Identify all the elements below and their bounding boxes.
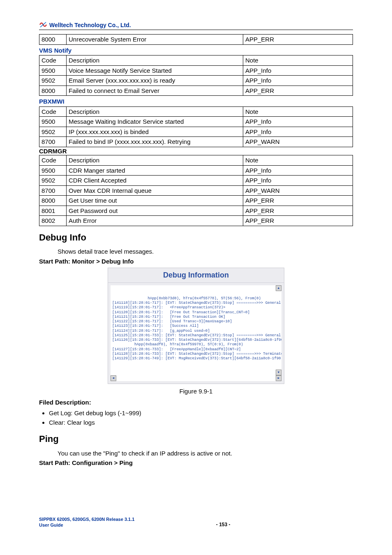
cell-note: APP_Info <box>243 165 353 176</box>
cell-note: APP_Info <box>243 127 353 137</box>
section-pbxmwi-title: PBXMWI <box>39 97 353 106</box>
cell-note: APP_WARN <box>243 137 353 147</box>
table-row: 9500 Voice Message Notify Service Starte… <box>39 65 353 76</box>
company-name: Welltech Technology Co., Ltd. <box>49 21 131 29</box>
head-desc: Description <box>67 155 243 166</box>
ping-start-path: Start Path: Configuration > Ping <box>39 459 353 467</box>
section-cdrmgr-title: CDRMGR <box>39 147 353 155</box>
heading-ping: Ping <box>39 433 353 445</box>
cell-code: 9502 <box>39 127 67 137</box>
cell-code: 9502 <box>39 176 67 186</box>
cell-note: APP_ERR <box>243 35 353 45</box>
page-header: Welltech Technology Co., Ltd. <box>39 21 353 30</box>
debug-start-path: Start Path: Monitor > Debug Info <box>39 257 353 266</box>
head-note: Note <box>243 56 353 66</box>
footer-guide: User Guide <box>39 523 63 527</box>
debug-box-title: Debug Information <box>108 268 284 283</box>
footer-page-number: - 153 - <box>216 522 231 528</box>
table-single: 8000 Unrecoverable System Error APP_ERR <box>39 34 353 45</box>
page-footer: SIPPBX 6200S, 6200GS, 6200N Release 3.1.… <box>39 516 353 528</box>
table-row: 8700 Failed to bind IP (xxxx.xxx.xxx.xxx… <box>39 137 353 147</box>
cell-desc: IP (xxx.xxx.xxx.xxx) is binded <box>67 127 243 137</box>
logo <box>39 21 48 29</box>
head-code: Code <box>39 56 67 66</box>
table-row: 9500 CDR Manger started APP_Info <box>39 165 353 176</box>
filed-description-title: Filed Description: <box>39 398 353 407</box>
cell-note: APP_ERR <box>243 86 353 96</box>
table-row: Code Description Note <box>39 155 353 166</box>
debug-log-text: hApp(0xbb73d0), hTra(0x4f55778), ST(56:5… <box>112 296 281 361</box>
head-code: Code <box>39 106 67 117</box>
cell-note: APP_Info <box>243 76 353 86</box>
cell-desc: Voice Message Notify Service Started <box>67 65 243 76</box>
head-note: Note <box>243 106 353 117</box>
table-row: 9502 Email Server (xxx.xxx.xxx.xxx) is r… <box>39 76 353 86</box>
cell-desc: CDR Manger started <box>67 165 243 176</box>
cell-note: APP_ERR <box>243 216 353 226</box>
cell-desc: Email Server (xxx.xxx.xxx.xxx) is ready <box>67 76 243 86</box>
cell-code: 8000 <box>39 196 67 206</box>
scroll-right-icon[interactable]: ► <box>276 375 281 381</box>
cell-note: APP_Info <box>243 176 353 186</box>
footer-left: SIPPBX 6200S, 6200GS, 6200N Release 3.1.… <box>39 516 134 528</box>
head-desc: Description <box>67 56 243 66</box>
section-vms-notify-title: VMS Notify <box>39 46 353 55</box>
cell-desc: Message Waiting Indicator Service starte… <box>67 117 243 127</box>
table-row: 9502 CDR Client Accepted APP_Info <box>39 176 353 186</box>
cell-code: 8700 <box>39 137 67 147</box>
cell-desc: Unrecoverable System Error <box>67 35 243 45</box>
table-row: 8001 Get Password out APP_ERR <box>39 206 353 216</box>
ping-para: You can use the "Ping" to check if an IP… <box>58 449 353 458</box>
figure-caption: Figure 9.9-1 <box>39 387 353 395</box>
cell-desc: Get Password out <box>67 206 243 216</box>
head-code: Code <box>39 155 67 166</box>
cell-desc: Failed to connect to Email Server <box>67 86 243 96</box>
footer-product: SIPPBX 6200S, 6200GS, 6200N Release 3.1.… <box>39 517 134 522</box>
cell-code: 9500 <box>39 117 67 127</box>
table-row: Code Description Note <box>39 106 353 117</box>
scroll-left-icon[interactable]: ◄ <box>111 375 116 381</box>
table-row: 8000 Failed to connect to Email Server A… <box>39 86 353 96</box>
cell-note: APP_ERR <box>243 206 353 216</box>
table-row: 9502 IP (xxx.xxx.xxx.xxx) is binded APP_… <box>39 127 353 137</box>
cell-desc: Get User time out <box>67 196 243 206</box>
table-row: 8000 Unrecoverable System Error APP_ERR <box>39 35 353 45</box>
debug-info-para: Shows detail trace level messages. <box>58 247 353 256</box>
list-item: Get Log: Get debug logs (-1~999) <box>49 408 353 418</box>
head-desc: Description <box>67 106 243 117</box>
cell-note: APP_ERR <box>243 196 353 206</box>
debug-log-area: ▲ hApp(0xbb73d0), hTra(0x4f55778), ST(56… <box>111 285 281 381</box>
list-item: Clear: Clear logs <box>49 418 353 428</box>
debug-box: Debug Information ▲ hApp(0xbb73d0), hTra… <box>108 268 284 384</box>
table-row: 8000 Get User time out APP_ERR <box>39 196 353 206</box>
table-row: 9500 Message Waiting Indicator Service s… <box>39 117 353 127</box>
cell-code: 8000 <box>39 35 67 45</box>
cell-code: 8700 <box>39 185 67 196</box>
cell-code: 8002 <box>39 216 67 226</box>
cell-note: APP_WARN <box>243 185 353 196</box>
scroll-down-icon[interactable]: ▼ <box>276 370 281 375</box>
table-row: Code Description Note <box>39 56 353 66</box>
cell-code: 8000 <box>39 86 67 96</box>
cell-code: 9500 <box>39 165 67 176</box>
cell-code: 9500 <box>39 65 67 76</box>
scroll-up-icon[interactable]: ▲ <box>276 285 281 291</box>
debug-screenshot: Debug Information ▲ hApp(0xbb73d0), hTra… <box>39 268 353 386</box>
logo-icon <box>39 21 47 29</box>
cell-code: 9502 <box>39 76 67 86</box>
table-cdrmgr: Code Description Note 9500 CDR Manger st… <box>39 155 353 226</box>
filed-description-list: Get Log: Get debug logs (-1~999) Clear: … <box>49 408 353 428</box>
cell-code: 8001 <box>39 206 67 216</box>
table-row: 8700 Over Max CDR Internal queue APP_WAR… <box>39 185 353 196</box>
cell-desc: CDR Client Accepted <box>67 176 243 186</box>
cell-desc: Failed to bind IP (xxxx.xxx.xxx.xxx). Re… <box>67 137 243 147</box>
heading-debug-info: Debug Info <box>39 232 353 244</box>
cell-note: APP_Info <box>243 117 353 127</box>
head-note: Note <box>243 155 353 166</box>
table-row: 8002 Auth Error APP_ERR <box>39 216 353 226</box>
table-vms-notify: Code Description Note 9500 Voice Message… <box>39 55 353 96</box>
table-pbxmwi: Code Description Note 9500 Message Waiti… <box>39 106 353 147</box>
cell-desc: Over Max CDR Internal queue <box>67 185 243 196</box>
cell-note: APP_Info <box>243 65 353 76</box>
cell-desc: Auth Error <box>67 216 243 226</box>
